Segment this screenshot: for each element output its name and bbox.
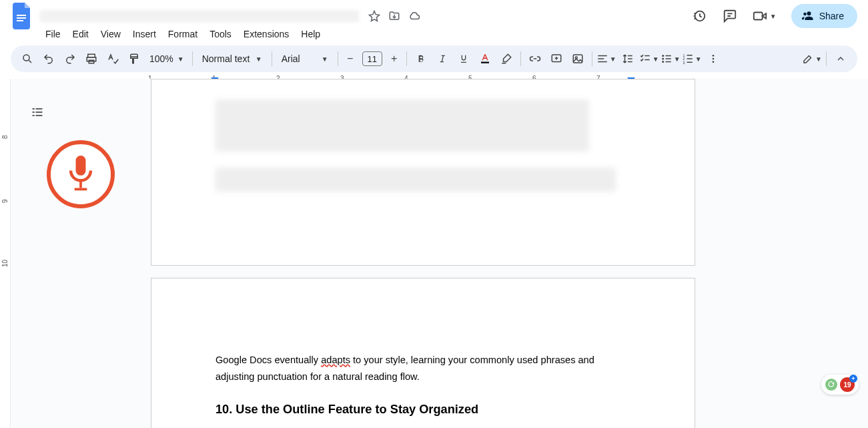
font-size-increase[interactable]: + (386, 51, 402, 67)
svg-rect-2 (17, 20, 23, 21)
italic-icon[interactable] (432, 49, 452, 69)
document-page[interactable]: Google Docs eventually adapts to your st… (151, 278, 695, 428)
outline-toggle-icon[interactable] (28, 103, 47, 122)
font-size-decrease[interactable]: − (342, 51, 358, 67)
link-icon[interactable] (525, 49, 545, 69)
document-page[interactable] (151, 79, 695, 266)
checklist-dropdown[interactable]: ▼ (639, 49, 659, 69)
meet-dropdown[interactable]: ▼ (753, 9, 777, 23)
more-icon[interactable] (703, 49, 723, 69)
star-icon[interactable] (368, 10, 380, 22)
body-text: Google Docs eventually (215, 355, 321, 365)
search-icon[interactable] (17, 49, 37, 69)
redo-icon[interactable] (60, 49, 80, 69)
svg-rect-19 (665, 55, 671, 57)
svg-rect-38 (79, 180, 82, 188)
separator (192, 51, 193, 66)
share-button-label: Share (819, 11, 844, 21)
separator (406, 51, 407, 66)
move-icon[interactable] (388, 10, 400, 22)
spellcheck-flagged-word[interactable]: adapts (321, 355, 350, 365)
undo-icon[interactable] (39, 49, 59, 69)
svg-rect-9 (481, 62, 489, 63)
separator (338, 51, 338, 66)
document-canvas: Google Docs eventually adapts to your st… (11, 79, 868, 428)
suggestions-count-badge[interactable]: 19 + (840, 377, 855, 392)
toolbar: 100% ▼ Normal text ▼ Arial ▼ − 11 + ▼ (11, 45, 857, 72)
svg-rect-26 (687, 58, 692, 59)
highlight-icon[interactable] (496, 49, 516, 69)
svg-rect-15 (598, 61, 607, 63)
docs-app-icon[interactable] (11, 4, 35, 28)
svg-rect-37 (76, 156, 86, 176)
svg-point-30 (712, 61, 714, 63)
svg-rect-39 (75, 188, 87, 191)
separator (592, 51, 592, 66)
svg-point-16 (662, 55, 664, 57)
menu-format[interactable]: Format (163, 26, 203, 42)
svg-rect-20 (665, 58, 671, 59)
font-family-dropdown[interactable]: Arial ▼ (276, 49, 334, 69)
paragraph-style-dropdown[interactable]: Normal text ▼ (197, 49, 268, 69)
cloud-status-icon[interactable] (408, 10, 420, 22)
zoom-dropdown[interactable]: 100% ▼ (145, 53, 188, 64)
menu-edit[interactable]: Edit (67, 26, 94, 42)
svg-rect-21 (665, 61, 671, 63)
svg-rect-34 (36, 112, 43, 113)
underline-icon[interactable] (454, 49, 474, 69)
svg-point-17 (662, 58, 664, 60)
image-icon[interactable] (568, 49, 588, 69)
paint-format-icon[interactable] (124, 49, 144, 69)
voice-typing-mic[interactable] (47, 140, 115, 208)
svg-rect-14 (598, 58, 604, 59)
svg-rect-0 (17, 15, 26, 16)
svg-rect-31 (33, 108, 35, 110)
plus-icon: + (849, 375, 857, 383)
svg-rect-25 (687, 55, 692, 56)
bulleted-list-dropdown[interactable]: ▼ (661, 49, 681, 69)
redacted-paragraph (215, 168, 616, 192)
separator (826, 51, 827, 66)
menu-file[interactable]: File (40, 26, 66, 42)
menu-tools[interactable]: Tools (204, 26, 237, 42)
status-badges[interactable]: 19 + (821, 375, 859, 395)
text-color-icon[interactable] (475, 49, 495, 69)
separator (520, 51, 521, 66)
print-icon[interactable] (81, 49, 101, 69)
redacted-paragraph (215, 99, 589, 152)
menu-extensions[interactable]: Extensions (238, 26, 294, 42)
grammarly-icon[interactable] (825, 379, 837, 391)
add-comment-icon[interactable] (546, 49, 566, 69)
svg-rect-1 (17, 17, 26, 19)
line-spacing-icon[interactable] (618, 49, 638, 69)
numbered-list-dropdown[interactable]: 123▼ (682, 49, 702, 69)
vertical-ruler[interactable]: 8 9 10 (0, 79, 11, 428)
body-paragraph[interactable]: Google Docs eventually adapts to your st… (215, 352, 630, 385)
bold-icon[interactable] (411, 49, 431, 69)
font-size-input[interactable]: 11 (362, 51, 382, 66)
collapse-toolbar-icon[interactable] (831, 49, 851, 69)
align-dropdown[interactable]: ▼ (596, 49, 616, 69)
svg-rect-11 (573, 55, 582, 63)
editing-mode-dropdown[interactable]: ▼ (802, 49, 822, 69)
paragraph-style-value: Normal text (202, 53, 250, 64)
menu-insert[interactable]: Insert (127, 26, 161, 42)
svg-point-18 (662, 61, 664, 63)
menu-view[interactable]: View (95, 26, 126, 42)
title-bar: ▼ Share (0, 0, 868, 27)
menu-help[interactable]: Help (296, 26, 326, 42)
svg-point-28 (712, 55, 714, 57)
history-icon[interactable] (691, 8, 707, 24)
svg-rect-4 (754, 13, 763, 20)
svg-rect-36 (36, 115, 43, 116)
comments-icon[interactable] (722, 8, 738, 24)
section-heading[interactable]: 10. Use the Outline Feature to Stay Orga… (215, 403, 630, 417)
svg-rect-13 (598, 55, 607, 57)
spellcheck-icon[interactable] (103, 49, 123, 69)
svg-rect-35 (33, 115, 35, 116)
share-button[interactable]: Share (791, 4, 857, 28)
svg-point-29 (712, 58, 714, 60)
svg-rect-33 (33, 112, 35, 113)
suggestions-count: 19 (843, 381, 851, 389)
document-title[interactable] (40, 10, 359, 22)
